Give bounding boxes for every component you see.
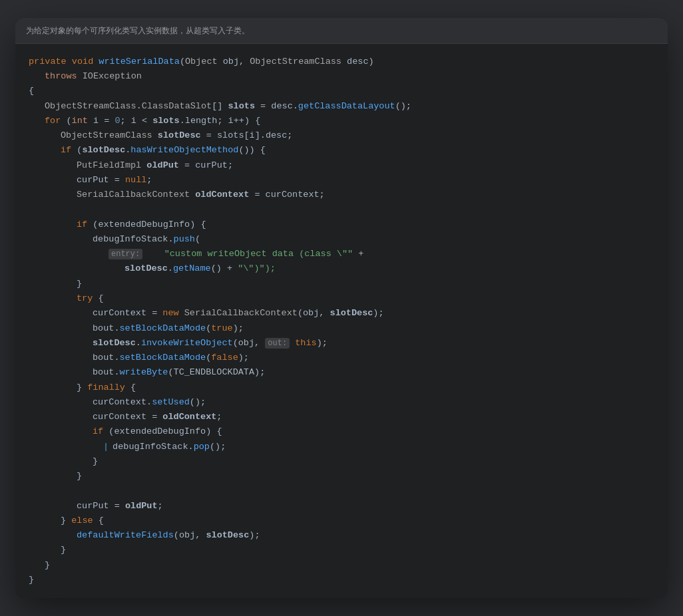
code-line: private void writeSerialData(Object obj,… bbox=[15, 55, 668, 69]
code-line: |debugInfoStack.pop(); bbox=[15, 440, 668, 454]
code-line: curContext = oldContext; bbox=[15, 410, 668, 424]
code-line: ObjectStreamClass slotDesc = slots[i].de… bbox=[15, 128, 668, 143]
code-line: debugInfoStack.push( bbox=[15, 232, 668, 247]
title-text: 为给定对象的每个可序列化类写入实例数据，从超类写入子类。 bbox=[26, 26, 250, 35]
code-line: } bbox=[15, 543, 668, 557]
code-line: } bbox=[15, 277, 668, 291]
code-line: slotDesc.invokeWriteObject(obj, out: thi… bbox=[15, 336, 668, 351]
code-line: PutFieldImpl oldPut = curPut; bbox=[15, 158, 668, 173]
code-line: if (extendedDebugInfo) { bbox=[15, 424, 668, 439]
code-line: SerialCallbackContext oldContext = curCo… bbox=[15, 188, 668, 202]
code-line: slotDesc.getName() + "\")"); bbox=[15, 261, 668, 276]
code-line: } bbox=[15, 558, 668, 573]
code-line: } bbox=[15, 573, 668, 587]
code-line: try { bbox=[15, 291, 668, 306]
code-line: bout.setBlockDataMode(true); bbox=[15, 321, 668, 336]
code-line bbox=[15, 484, 668, 498]
code-line: bout.writeByte(TC_ENDBLOCKDATA); bbox=[15, 365, 668, 380]
code-line: defaultWriteFields(obj, slotDesc); bbox=[15, 528, 668, 543]
code-line: if (extendedDebugInfo) { bbox=[15, 218, 668, 232]
code-line bbox=[15, 202, 668, 217]
code-line: entry: "custom writeObject data (class \… bbox=[15, 247, 668, 261]
code-line: if (slotDesc.hasWriteObjectMethod()) { bbox=[15, 143, 668, 158]
code-line: curPut = null; bbox=[15, 173, 668, 188]
code-line: ObjectStreamClass.ClassDataSlot[] slots … bbox=[15, 99, 668, 114]
code-line: for (int i = 0; i < slots.length; i++) { bbox=[15, 114, 668, 128]
editor-window: 为给定对象的每个可序列化类写入实例数据，从超类写入子类。 private voi… bbox=[15, 18, 668, 599]
code-line: curContext.setUsed(); bbox=[15, 395, 668, 410]
code-line: curContext = new SerialCallbackContext(o… bbox=[15, 306, 668, 321]
code-line: throws IOException bbox=[15, 69, 668, 84]
code-line: } bbox=[15, 454, 668, 469]
code-line: bout.setBlockDataMode(false); bbox=[15, 351, 668, 365]
code-line: } else { bbox=[15, 514, 668, 528]
code-line: { bbox=[15, 84, 668, 98]
code-line: } bbox=[15, 469, 668, 484]
code-line: curPut = oldPut; bbox=[15, 499, 668, 514]
code-area: private void writeSerialData(Object obj,… bbox=[15, 44, 668, 599]
title-bar: 为给定对象的每个可序列化类写入实例数据，从超类写入子类。 bbox=[15, 18, 668, 44]
code-line: } finally { bbox=[15, 381, 668, 395]
